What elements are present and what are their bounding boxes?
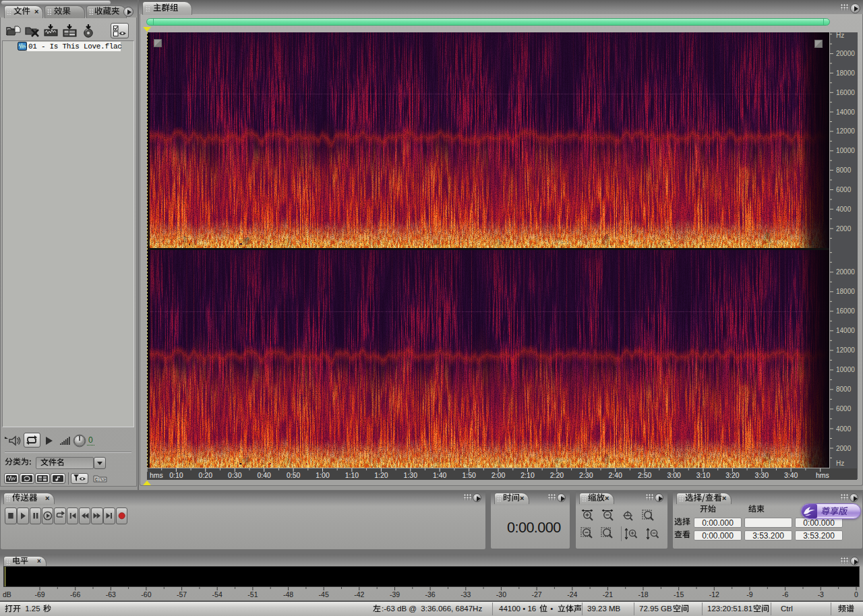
svg-text:4000: 4000 xyxy=(836,206,852,213)
svg-text:Hz: Hz xyxy=(836,32,844,39)
svg-text:1:20: 1:20 xyxy=(374,471,388,479)
svg-text:-21: -21 xyxy=(603,590,613,598)
svg-text:16000: 16000 xyxy=(836,89,855,96)
svg-text:-57: -57 xyxy=(177,590,187,598)
svg-text:-33: -33 xyxy=(460,590,471,598)
svg-text:14000: 14000 xyxy=(836,109,855,116)
svg-text:2000: 2000 xyxy=(836,445,852,452)
svg-text:6000: 6000 xyxy=(836,186,852,193)
svg-text:1:50: 1:50 xyxy=(462,471,476,479)
svg-text:1:40: 1:40 xyxy=(433,471,447,479)
svg-text:-24: -24 xyxy=(567,590,577,598)
svg-text:-66: -66 xyxy=(70,590,80,598)
svg-text:8000: 8000 xyxy=(836,386,852,393)
svg-text:-51: -51 xyxy=(247,590,258,598)
svg-text:10000: 10000 xyxy=(836,366,855,373)
svg-text:2:10: 2:10 xyxy=(520,471,535,479)
svg-text:-6: -6 xyxy=(782,590,788,598)
svg-text:18000: 18000 xyxy=(836,288,855,295)
svg-text:18000: 18000 xyxy=(836,69,855,77)
svg-text:20000: 20000 xyxy=(836,268,855,276)
svg-text:-69: -69 xyxy=(34,590,44,598)
svg-text:6000: 6000 xyxy=(836,405,852,412)
svg-text:0: 0 xyxy=(854,590,858,598)
svg-text:-9: -9 xyxy=(746,590,752,598)
svg-text:2:00: 2:00 xyxy=(492,471,506,479)
svg-text:-27: -27 xyxy=(532,590,542,598)
svg-text:0:30: 0:30 xyxy=(228,471,242,479)
svg-text:-48: -48 xyxy=(283,590,293,598)
svg-text:8000: 8000 xyxy=(836,166,852,174)
svg-text:16000: 16000 xyxy=(836,307,855,315)
svg-text:2:50: 2:50 xyxy=(638,471,652,479)
svg-text:2:30: 2:30 xyxy=(579,471,593,479)
svg-text:20000: 20000 xyxy=(836,50,855,57)
svg-text:3:10: 3:10 xyxy=(696,471,711,479)
svg-text:hms: hms xyxy=(150,471,163,479)
svg-text:-36: -36 xyxy=(425,590,436,598)
svg-text:2:40: 2:40 xyxy=(608,471,622,479)
svg-text:-3: -3 xyxy=(818,590,824,598)
svg-text:1:10: 1:10 xyxy=(345,471,359,479)
svg-text:3:30: 3:30 xyxy=(755,471,769,479)
svg-text:14000: 14000 xyxy=(836,327,855,334)
svg-text:-60: -60 xyxy=(141,590,151,598)
svg-text:-42: -42 xyxy=(354,590,364,598)
svg-text:-54: -54 xyxy=(212,590,222,598)
svg-text:3:40: 3:40 xyxy=(784,471,798,479)
svg-text:2000: 2000 xyxy=(836,225,852,233)
svg-text:12000: 12000 xyxy=(836,346,855,354)
svg-text:4000: 4000 xyxy=(836,425,852,433)
svg-text:hms: hms xyxy=(816,471,829,479)
svg-text:1:30: 1:30 xyxy=(404,471,418,479)
svg-text:-63: -63 xyxy=(106,590,116,598)
svg-text:Hz: Hz xyxy=(836,460,844,467)
svg-text:-15: -15 xyxy=(674,590,684,598)
svg-text:0:50: 0:50 xyxy=(287,471,301,479)
svg-text:0:40: 0:40 xyxy=(257,471,271,479)
svg-text:12000: 12000 xyxy=(836,127,855,135)
svg-text:-12: -12 xyxy=(709,590,719,598)
svg-text:2:20: 2:20 xyxy=(550,471,564,479)
svg-text:0:10: 0:10 xyxy=(169,471,183,479)
svg-text:C:\>: C:\> xyxy=(95,478,106,483)
svg-text:-39: -39 xyxy=(390,590,400,598)
svg-text:-30: -30 xyxy=(496,590,506,598)
svg-text:0:20: 0:20 xyxy=(199,471,213,479)
svg-text:-45: -45 xyxy=(319,590,329,598)
svg-text:10000: 10000 xyxy=(836,147,855,154)
svg-text:3:00: 3:00 xyxy=(667,471,681,479)
svg-text:3:20: 3:20 xyxy=(725,471,740,479)
svg-text:-18: -18 xyxy=(638,590,648,598)
svg-text:1:00: 1:00 xyxy=(316,471,330,479)
svg-text:dB: dB xyxy=(3,590,11,598)
